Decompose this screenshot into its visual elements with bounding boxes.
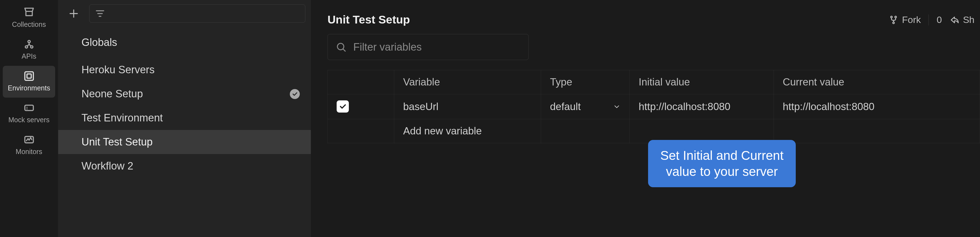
environment-title: Unit Test Setup	[328, 13, 410, 26]
rail-apis[interactable]: APIs	[0, 34, 58, 66]
type-dropdown[interactable]: default	[550, 101, 620, 112]
svg-rect-4	[27, 74, 31, 78]
title-row: Unit Test Setup Fork 0 Sh	[328, 0, 980, 34]
variables-table: Variable Type Initial value Current valu…	[328, 70, 980, 143]
mock-servers-icon	[23, 101, 35, 114]
filter-variables-input[interactable]	[328, 34, 529, 60]
svg-rect-5	[25, 105, 33, 111]
env-item[interactable]: Heroku Servers	[58, 58, 311, 82]
apis-icon	[23, 38, 35, 51]
row-initial-cell[interactable]: http://localhost:8080	[630, 94, 774, 119]
row-type-cell[interactable]: default	[541, 94, 630, 119]
env-list: Globals Heroku Servers Neone Setup Test …	[58, 27, 311, 237]
rail-mock-servers[interactable]: Mock servers	[0, 98, 58, 130]
rail-collections[interactable]: Collections	[0, 2, 58, 34]
rail-label: APIs	[22, 53, 36, 60]
row-enable-cell	[328, 119, 394, 143]
row-variable-cell[interactable]: baseUrl	[394, 94, 541, 119]
callout-line: value to your server	[660, 164, 784, 180]
row-type-cell	[541, 119, 630, 143]
chevron-down-icon	[613, 103, 620, 111]
env-item[interactable]: Workflow 2	[58, 154, 311, 178]
col-header-enabled	[328, 70, 394, 94]
env-item-name: Unit Test Setup	[81, 136, 153, 148]
rail-environments[interactable]: Environments	[3, 66, 55, 98]
row-current-cell	[774, 119, 980, 143]
env-item-name: Test Environment	[81, 112, 163, 124]
rail-label: Environments	[8, 85, 50, 92]
env-item-name: Workflow 2	[81, 160, 133, 172]
col-header-variable: Variable	[394, 70, 541, 94]
active-environment-icon	[290, 89, 300, 99]
filter-icon	[94, 8, 105, 19]
add-variable-cell[interactable]: Add new variable	[394, 119, 541, 143]
check-icon	[339, 103, 347, 111]
env-item-name: Heroku Servers	[81, 64, 154, 76]
collections-icon	[23, 6, 35, 19]
env-item-name: Neone Setup	[81, 88, 143, 100]
table-header-row: Variable Type Initial value Current valu…	[328, 70, 980, 94]
row-initial-cell	[630, 119, 774, 143]
title-actions: Fork 0 Sh	[889, 14, 974, 25]
env-list-toolbar	[58, 0, 311, 27]
fork-button[interactable]: Fork	[889, 14, 921, 25]
row-current-cell[interactable]: http://localhost:8080	[774, 94, 980, 119]
annotation-callout: Set Initial and Current value to your se…	[648, 140, 796, 187]
rail-label: Mock servers	[8, 117, 49, 123]
share-label: Sh	[963, 14, 974, 25]
row-enable-checkbox[interactable]	[337, 100, 349, 112]
table-row: baseUrl default http://localhost:8080 ht…	[328, 94, 980, 119]
fork-icon	[889, 15, 899, 25]
create-environment-button[interactable]	[63, 5, 84, 23]
share-button[interactable]: Sh	[950, 14, 974, 25]
env-item[interactable]: Neone Setup	[58, 82, 311, 106]
plus-icon	[68, 8, 79, 19]
filter-environments-input[interactable]	[89, 5, 305, 23]
col-header-type: Type	[541, 70, 630, 94]
environment-detail: Unit Test Setup Fork 0 Sh Variable Type …	[311, 0, 980, 237]
fork-count: 0	[937, 14, 942, 25]
rail-label: Collections	[12, 21, 46, 28]
table-row-new: Add new variable	[328, 119, 980, 143]
callout-line: Set Initial and Current	[660, 148, 784, 164]
fork-label: Fork	[902, 14, 921, 25]
filter-variables-field[interactable]	[353, 41, 520, 53]
col-header-initial: Initial value	[630, 70, 774, 94]
env-item[interactable]: Unit Test Setup	[58, 130, 311, 154]
monitors-icon	[23, 133, 35, 146]
primary-sidebar: Collections APIs Environments Mock serve…	[0, 0, 58, 237]
share-icon	[950, 15, 959, 25]
environments-panel: Globals Heroku Servers Neone Setup Test …	[58, 0, 311, 237]
search-icon	[336, 41, 347, 52]
check-icon	[292, 91, 298, 97]
environments-icon	[23, 70, 35, 82]
globals-item[interactable]: Globals	[58, 27, 311, 58]
svg-rect-3	[25, 72, 33, 81]
col-header-current: Current value	[774, 70, 980, 94]
rail-monitors[interactable]: Monitors	[0, 130, 58, 161]
type-value: default	[550, 101, 581, 112]
env-item[interactable]: Test Environment	[58, 106, 311, 130]
rail-label: Monitors	[16, 148, 42, 155]
row-enable-cell[interactable]	[328, 94, 394, 119]
